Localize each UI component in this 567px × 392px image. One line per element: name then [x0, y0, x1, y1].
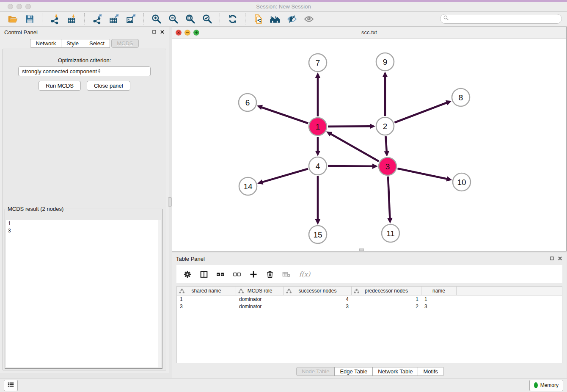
column-header-predecessor-nodes[interactable]: predecessor nodes [352, 287, 421, 295]
tab-motifs[interactable]: Motifs [418, 367, 443, 376]
graph-node-8[interactable]: 8 [452, 88, 470, 106]
cell-name[interactable]: 3 [421, 304, 457, 309]
graph-edge-1-7[interactable] [315, 72, 320, 116]
cell-shared-name[interactable]: 1 [177, 296, 236, 302]
graph-edge-1-2[interactable] [328, 124, 375, 129]
add-column-button[interactable] [249, 269, 258, 279]
graph-node-15[interactable]: 15 [309, 226, 327, 243]
tab-style[interactable]: Style [61, 39, 84, 48]
column-header-shared-name[interactable]: shared name [177, 287, 236, 295]
select-all-button[interactable] [216, 269, 225, 279]
cell-mcds-role[interactable]: dominator [236, 304, 284, 309]
minimize-window-button[interactable] [17, 4, 22, 9]
graph-edge-1-6[interactable] [257, 105, 308, 123]
graph-edge-1-4[interactable] [315, 137, 320, 156]
column-header-mcds-role[interactable]: MCDS role [236, 287, 284, 295]
network-minimize-icon[interactable] [184, 30, 190, 37]
cell-predecessor-nodes[interactable]: 1 [352, 296, 421, 302]
graph-node-3[interactable]: 3 [379, 157, 396, 175]
column-header-name[interactable]: name [421, 287, 457, 295]
duplicate-network-button[interactable] [252, 13, 264, 25]
tab-edge-table[interactable]: Edge Table [334, 367, 373, 376]
network-close-icon[interactable] [176, 30, 182, 37]
graph-edge-3-10[interactable] [397, 168, 452, 182]
memory-button[interactable]: Memory [529, 380, 563, 391]
column-header-successor-nodes[interactable]: successor nodes [284, 287, 352, 295]
graph-edge-2-8[interactable] [394, 100, 451, 122]
window-traffic-lights[interactable] [8, 4, 31, 9]
close-window-button[interactable] [8, 4, 13, 9]
show-panels-button[interactable] [4, 380, 18, 391]
application-window: Session: New Session [0, 0, 567, 392]
float-table-panel-icon[interactable] [550, 256, 554, 262]
vertical-splitter-handle[interactable] [168, 197, 172, 207]
delete-column-button[interactable] [265, 269, 275, 279]
horizontal-splitter-handle[interactable] [359, 248, 364, 251]
export-image-button[interactable] [125, 13, 138, 25]
graph-edge-2-9[interactable] [383, 72, 388, 116]
graph-edge-3-11[interactable] [387, 177, 392, 224]
graph-node-2[interactable]: 2 [376, 117, 394, 135]
save-session-button[interactable] [23, 13, 36, 25]
tab-network-table[interactable]: Network Table [372, 367, 418, 376]
graph-edge-4-15[interactable] [315, 176, 320, 225]
zoom-selected-button[interactable] [201, 13, 214, 25]
zoom-in-button[interactable] [150, 13, 163, 25]
network-window-titlebar: scc.txt [172, 27, 566, 39]
graph-node-4[interactable]: 4 [309, 157, 327, 175]
table-row[interactable]: 1dominator411 [177, 295, 562, 303]
home-button[interactable] [269, 13, 281, 25]
open-file-button[interactable] [6, 13, 19, 25]
graph-edge-4-3[interactable] [328, 164, 378, 169]
tab-node-table[interactable]: Node Table [296, 367, 335, 376]
tab-network[interactable]: Network [30, 39, 61, 48]
zoom-fit-button[interactable] [184, 13, 197, 25]
cell-shared-name[interactable]: 3 [177, 304, 236, 309]
graph-node-9[interactable]: 9 [376, 53, 394, 71]
maximize-window-button[interactable] [25, 4, 31, 9]
network-canvas[interactable]: 7968124314101511 [172, 38, 566, 251]
cell-successor-nodes[interactable]: 3 [284, 304, 352, 309]
tab-mcds[interactable]: MCDS [111, 39, 138, 48]
import-table-button[interactable] [66, 13, 78, 25]
zoom-out-button[interactable] [167, 13, 180, 25]
graph-node-1[interactable]: 1 [309, 118, 327, 135]
cell-predecessor-nodes[interactable]: 2 [352, 304, 421, 309]
graph-node-14[interactable]: 14 [239, 177, 257, 195]
close-panel-button[interactable]: Close panel [87, 81, 130, 91]
network-maximize-icon[interactable] [193, 30, 199, 37]
export-table-button[interactable] [108, 13, 121, 25]
mcds-result-scrollbar[interactable] [158, 220, 161, 367]
graph-edge-4-14[interactable] [257, 169, 308, 185]
close-panel-icon[interactable] [160, 29, 165, 36]
deselect-all-button[interactable] [232, 269, 242, 279]
search-input[interactable] [449, 14, 561, 23]
graph-node-11[interactable]: 11 [382, 224, 399, 242]
toggle-graphics-details-button[interactable] [286, 13, 298, 25]
graph-edge-2-3[interactable] [384, 136, 389, 157]
search-box[interactable] [440, 14, 562, 24]
tab-select[interactable]: Select [84, 39, 110, 48]
cell-successor-nodes[interactable]: 4 [284, 296, 352, 302]
memory-status-dot [534, 382, 538, 388]
refresh-button[interactable] [226, 13, 239, 25]
cell-name[interactable]: 1 [421, 296, 457, 302]
import-network-button[interactable] [49, 13, 61, 25]
float-panel-icon[interactable] [152, 29, 157, 36]
graph-edge-3-1[interactable] [326, 131, 379, 161]
graph-node-10[interactable]: 10 [453, 173, 471, 191]
mcds-result-text[interactable]: 13 [6, 220, 158, 367]
export-network-button[interactable] [91, 13, 104, 25]
settings-gear-button[interactable] [183, 269, 192, 279]
export-network-icon [92, 14, 103, 25]
run-mcds-button[interactable]: Run MCDS [39, 81, 81, 91]
toggle-columns-button[interactable] [199, 269, 209, 279]
criterion-select[interactable]: strongly connected component [18, 66, 151, 76]
zoom-selected-icon [202, 14, 213, 25]
close-table-panel-icon[interactable] [558, 256, 562, 262]
cell-mcds-role[interactable]: dominator [236, 296, 284, 302]
show-hide-eye-button[interactable] [303, 13, 315, 25]
graph-node-7[interactable]: 7 [309, 54, 327, 72]
table-row[interactable]: 3dominator323 [177, 303, 562, 310]
graph-node-6[interactable]: 6 [239, 94, 256, 111]
